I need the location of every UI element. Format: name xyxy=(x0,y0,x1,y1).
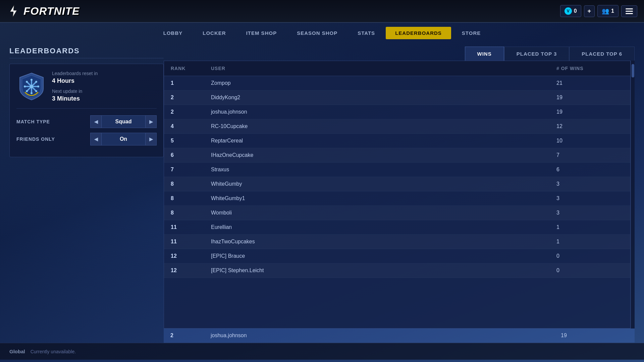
user-cell: IHazOneCupcake xyxy=(211,152,556,158)
col-rank-header: RANK xyxy=(171,66,211,71)
top-right-controls: V 0 + 👥 1 xyxy=(560,5,637,17)
match-type-selector: ◀ Squad ▶ xyxy=(90,115,157,128)
wins-cell: 12 xyxy=(556,123,624,129)
wins-cell: 10 xyxy=(556,138,624,144)
wins-cell: 3 xyxy=(556,210,624,216)
friends-only-prev-button[interactable]: ◀ xyxy=(90,133,102,145)
friends-only-selector: ◀ On ▶ xyxy=(90,133,157,145)
rank-cell: 8 xyxy=(171,210,211,216)
fortnite-logo-icon xyxy=(7,4,20,18)
rank-cell: 2 xyxy=(171,95,211,101)
match-type-prev-button[interactable]: ◀ xyxy=(90,115,102,128)
wins-cell: 0 xyxy=(556,253,624,259)
vbucks-count: 0 xyxy=(574,8,577,14)
table-header: RANK USER # of Wins xyxy=(164,61,630,76)
tab-wins[interactable]: WINS xyxy=(465,47,504,61)
left-panel-title: LEADERBOARDS xyxy=(9,47,164,58)
table-row: 12 [EPIC] Brauce 0 xyxy=(164,249,630,263)
table-row: 1 Zompop 21 xyxy=(164,76,630,90)
rank-cell: 12 xyxy=(171,267,211,274)
svg-point-12 xyxy=(35,81,37,83)
rank-cell: 5 xyxy=(171,138,211,144)
user-cell: Zompop xyxy=(211,80,556,86)
rank-cell: 11 xyxy=(171,224,211,230)
svg-point-13 xyxy=(26,90,28,92)
main-content: LEADERBOARDS xyxy=(0,43,644,343)
user-cell: DiddyKong2 xyxy=(211,95,556,101)
status-bar: Global Currently unavailable. xyxy=(0,343,644,360)
nav-lobby[interactable]: LOBBY xyxy=(154,27,192,39)
match-type-next-button[interactable]: ▶ xyxy=(145,115,157,128)
reset-text: Leaderboards reset in 4 Hours Next updat… xyxy=(52,71,98,102)
user-cell: RC-10Cupcake xyxy=(211,123,556,129)
svg-point-9 xyxy=(37,85,39,87)
wins-cell: 0 xyxy=(556,267,624,274)
tab-placed-top-6[interactable]: PLACED TOP 6 xyxy=(569,47,635,61)
wins-cell: 19 xyxy=(556,109,624,115)
table-row: 8 Womboli 3 xyxy=(164,206,630,220)
reset-value: 4 Hours xyxy=(52,77,98,84)
add-vbucks-button[interactable]: + xyxy=(584,5,595,17)
current-user-rank-cell: 2 xyxy=(170,333,211,339)
user-cell: ReptarCereal xyxy=(211,138,556,144)
rank-cell: 8 xyxy=(171,181,211,187)
friends-only-next-button[interactable]: ▶ xyxy=(145,133,157,145)
scrollbar-thumb[interactable] xyxy=(632,64,634,77)
table-row: 5 ReptarCereal 10 xyxy=(164,134,630,148)
svg-point-5 xyxy=(30,85,33,88)
menu-line-1 xyxy=(626,8,633,9)
nav-season-shop[interactable]: SEASON SHOP xyxy=(287,27,347,39)
friends-only-filter: FRIENDS ONLY ◀ On ▶ xyxy=(16,133,157,145)
hamburger-menu-button[interactable] xyxy=(621,5,637,17)
table-row: 8 WhiteGumby 3 xyxy=(164,177,630,191)
vertical-scrollbar[interactable] xyxy=(631,61,635,328)
table-row: 11 IhazTwoCupcakes 1 xyxy=(164,235,630,249)
svg-marker-0 xyxy=(10,5,17,17)
table-row: 4 RC-10Cupcake 12 xyxy=(164,119,630,134)
rank-cell: 8 xyxy=(171,195,211,201)
current-user-row: 2 joshua.johnson 19 xyxy=(164,328,635,343)
user-cell: WhiteGumby xyxy=(211,181,556,187)
user-cell: [EPIC] Stephen.Leicht xyxy=(211,267,556,274)
nav-locker[interactable]: LOCKER xyxy=(193,27,235,39)
friends-only-value: On xyxy=(102,133,145,145)
rank-cell: 1 xyxy=(171,80,211,86)
rank-cell: 11 xyxy=(171,239,211,245)
wins-cell: 1 xyxy=(556,224,624,230)
rank-cell: 6 xyxy=(171,152,211,158)
match-type-label: MATCH TYPE xyxy=(16,119,50,124)
user-cell: joshua.johnson xyxy=(211,109,556,115)
reset-label: Leaderboards reset in xyxy=(52,71,98,76)
logo-text: FORTNITE xyxy=(23,5,79,17)
menu-line-3 xyxy=(626,13,633,14)
vbucks-icon: V xyxy=(565,7,572,15)
leaderboard-table: RANK USER # of Wins 1 Zompop 21 2 DiddyK… xyxy=(164,61,631,328)
rank-cell: 12 xyxy=(171,253,211,259)
right-panel: WINS PLACED TOP 3 PLACED TOP 6 RANK USER… xyxy=(164,43,635,343)
status-message: Currently unavailable. xyxy=(31,349,76,354)
wins-cell: 19 xyxy=(556,95,624,101)
table-row: 7 Straxus 6 xyxy=(164,163,630,177)
nav-store[interactable]: STORE xyxy=(452,27,490,39)
left-panel: LEADERBOARDS xyxy=(9,43,164,343)
user-cell: IhazTwoCupcakes xyxy=(211,239,556,245)
user-cell: WhiteGumby1 xyxy=(211,195,556,201)
nav-stats[interactable]: STATS xyxy=(348,27,384,39)
table-row: 2 joshua.johnson 19 xyxy=(164,105,630,119)
reset-info: Leaderboards reset in 4 Hours Next updat… xyxy=(16,71,157,109)
current-user-wins-cell: 19 xyxy=(561,333,628,339)
nav-item-shop[interactable]: ITEM SHOP xyxy=(237,27,286,39)
svg-point-7 xyxy=(31,92,33,94)
top-bar: FORTNITE V 0 + 👥 1 xyxy=(0,0,644,23)
user-cell: Eurellian xyxy=(211,224,556,230)
table-row: 2 DiddyKong2 19 xyxy=(164,90,630,105)
user-cell: Womboli xyxy=(211,210,556,216)
svg-point-10 xyxy=(26,81,28,83)
status-region: Global xyxy=(9,349,25,354)
nav-leaderboards[interactable]: LEADERBOARDS xyxy=(386,27,451,39)
wins-cell: 7 xyxy=(556,152,624,158)
rank-cell: 4 xyxy=(171,123,211,129)
tab-placed-top-3[interactable]: PLACED TOP 3 xyxy=(504,47,570,61)
match-type-filter: MATCH TYPE ◀ Squad ▶ xyxy=(16,115,157,128)
user-cell: [EPIC] Brauce xyxy=(211,253,556,259)
